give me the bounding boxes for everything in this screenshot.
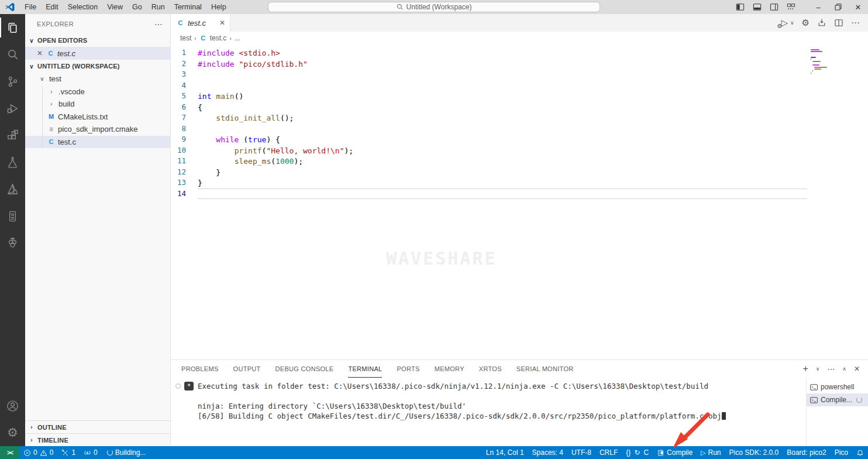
open-editor-item[interactable]: ✕ C test.c <box>25 47 170 60</box>
panel-tab-problems[interactable]: PROBLEMS <box>181 360 219 378</box>
command-center-search[interactable]: Untitled (Workspace) <box>268 2 600 12</box>
code-line: 12 } <box>171 167 868 178</box>
terminal-instance-label: powershell <box>821 383 854 391</box>
more-actions-icon[interactable]: ⋯ <box>851 18 860 28</box>
menu-run[interactable]: Run <box>147 0 170 14</box>
compile-button[interactable]: Compile <box>653 446 697 459</box>
tab-close-icon[interactable]: ✕ <box>219 19 225 27</box>
code-line: 14 <box>171 189 868 200</box>
restore-icon[interactable] <box>828 0 848 14</box>
menu-selection[interactable]: Selection <box>63 0 102 14</box>
status-bar: >< 0 0 1 0 Building... Ln 14, Col 1 Spac… <box>0 446 868 459</box>
tab-test-c[interactable]: C test.c ✕ <box>171 14 230 32</box>
extensions-icon[interactable] <box>0 122 25 149</box>
toggle-panel-icon[interactable] <box>753 3 762 11</box>
pico-sdk-version[interactable]: Pico SDK: 2.0.0 <box>725 446 783 459</box>
menu-view[interactable]: View <box>102 0 128 14</box>
gear-icon[interactable]: ⚙ <box>802 18 810 28</box>
terminal-instance-compile-[interactable]: Compile... <box>807 393 868 406</box>
menu-file[interactable]: File <box>20 0 41 14</box>
testing-icon[interactable] <box>0 149 25 176</box>
code-text: } <box>198 177 807 189</box>
explorer-more-icon[interactable]: ⋯ <box>154 19 163 29</box>
building-status[interactable]: Building... <box>102 446 150 459</box>
split-editor-icon[interactable] <box>834 18 843 28</box>
new-terminal-icon[interactable]: + <box>802 364 808 374</box>
menu-go[interactable]: Go <box>128 0 147 14</box>
settings-gear-icon[interactable]: ⚙ <box>0 419 25 446</box>
minimize-icon[interactable]: – <box>808 0 828 14</box>
panel-more-icon[interactable]: ⋯ <box>827 365 835 374</box>
run-task-icon[interactable]: ▷⚙ <box>781 18 788 28</box>
minimap-line <box>814 67 827 68</box>
task-badge-icon <box>184 412 194 420</box>
line-number: 13 <box>171 177 198 189</box>
tree-item-cmakelists-txt[interactable]: MCMakeLists.txt <box>25 111 170 124</box>
braces-indicator[interactable]: {} <box>626 448 631 457</box>
raspberry-pi-icon[interactable] <box>0 230 25 256</box>
search-view-icon[interactable] <box>0 41 25 68</box>
minimap[interactable] <box>811 49 832 76</box>
account-icon[interactable] <box>0 392 25 419</box>
terminal-instance-powershell[interactable]: powershell <box>807 381 868 393</box>
warning-icon <box>40 449 47 457</box>
terminal-icon <box>810 397 818 403</box>
panel-tab-memory[interactable]: MEMORY <box>435 360 464 378</box>
flash-icon[interactable] <box>817 18 826 28</box>
close-panel-icon[interactable]: ✕ <box>854 365 860 373</box>
panel-tab-terminal[interactable]: TERMINAL <box>348 360 382 378</box>
open-editors-header[interactable]: ∨ OPEN EDITORS <box>25 34 170 47</box>
terminal-icon <box>810 384 818 391</box>
panel-tab-ports[interactable]: PORTS <box>397 360 419 378</box>
toggle-sidebar-icon[interactable] <box>736 3 745 11</box>
language-mode[interactable]: C <box>643 448 649 457</box>
sync-icon[interactable]: ↻ <box>634 448 640 457</box>
run-button[interactable]: ▷ Run <box>697 446 725 459</box>
menu-terminal[interactable]: Terminal <box>170 0 206 14</box>
panel-tab-serial-monitor[interactable]: SERIAL MONITOR <box>516 360 574 378</box>
workspace-header[interactable]: ∨ UNTITLED (WORKSPACE) <box>25 60 170 73</box>
maximize-panel-icon[interactable]: ∧ <box>842 366 846 372</box>
breadcrumb[interactable]: test › C test.c › ... <box>171 32 868 44</box>
customize-layout-icon[interactable] <box>787 3 795 11</box>
line-number: 7 <box>171 112 198 124</box>
pico-board-icon[interactable] <box>0 203 25 230</box>
pico-status[interactable]: Pico <box>831 446 852 459</box>
outline-header[interactable]: › OUTLINE <box>25 420 170 433</box>
code-text <box>198 124 807 135</box>
menu-edit[interactable]: Edit <box>41 0 63 14</box>
eol-sequence[interactable]: CRLF <box>595 446 622 459</box>
remote-indicator[interactable]: >< <box>0 446 19 459</box>
indentation[interactable]: Spaces: 4 <box>528 446 567 459</box>
encoding[interactable]: UTF-8 <box>567 446 595 459</box>
panel-tab-debug-console[interactable]: DEBUG CONSOLE <box>275 360 334 378</box>
menu-help[interactable]: Help <box>206 0 231 14</box>
timeline-header[interactable]: › TIMELINE <box>25 433 170 446</box>
explorer-icon[interactable] <box>0 14 25 41</box>
tree-item-label: test.c <box>58 138 76 146</box>
minimap-line <box>812 64 819 66</box>
tasks-status[interactable]: 1 <box>57 446 80 459</box>
close-editor-icon[interactable]: ✕ <box>36 49 44 57</box>
panel-tab-xrtos[interactable]: XRTOS <box>479 360 502 378</box>
board-selector[interactable]: Board: pico2 <box>783 446 830 459</box>
tree-item-test-c[interactable]: Ctest.c <box>25 136 170 149</box>
source-control-icon[interactable] <box>0 68 25 95</box>
panel-tab-output[interactable]: OUTPUT <box>233 360 261 378</box>
cmake-icon[interactable] <box>0 176 25 203</box>
run-debug-icon[interactable] <box>0 95 25 122</box>
tree-folder-test[interactable]: ∨ test <box>25 73 170 85</box>
terminal-dropdown-icon[interactable]: ∨ <box>816 366 820 372</box>
problems-status[interactable]: 0 0 <box>19 446 57 459</box>
close-icon[interactable]: ✕ <box>848 0 868 14</box>
terminal-output[interactable]: *Executing task in folder test: C:\Users… <box>171 378 806 446</box>
tree-item-build[interactable]: ›build <box>25 98 170 111</box>
cursor-position[interactable]: Ln 14, Col 1 <box>482 446 528 459</box>
toggle-secondary-sidebar-icon[interactable] <box>770 3 779 11</box>
ports-status[interactable]: 0 <box>80 446 102 459</box>
run-dropdown-icon[interactable]: ∨ <box>790 20 794 26</box>
code-editor[interactable]: 1#include <stdio.h>2#include "pico/stdli… <box>171 44 868 359</box>
tree-item--vscode[interactable]: ›.vscode <box>25 85 170 98</box>
tree-item-pico-sdk-import-cmake[interactable]: ≡pico_sdk_import.cmake <box>25 123 170 136</box>
notifications-bell[interactable] <box>852 446 868 459</box>
